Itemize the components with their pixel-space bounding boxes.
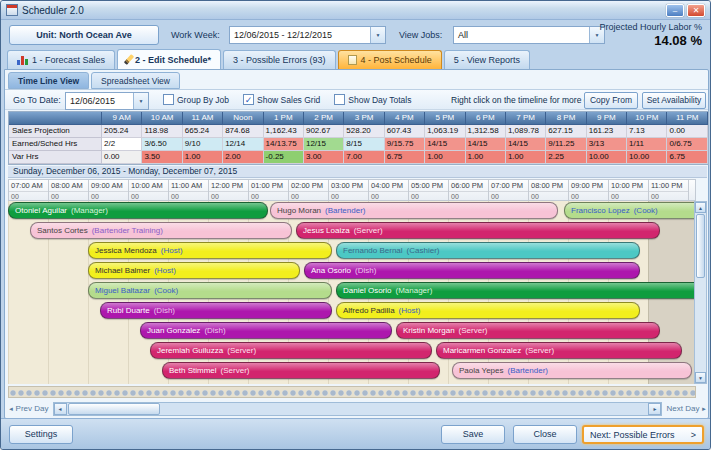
shift-bar-hugo-moran[interactable]: Hugo Moran(Bartender)	[270, 202, 558, 219]
shift-bar-jesus-loaiza[interactable]: Jesus Loaiza(Server)	[296, 222, 660, 239]
grid-cell: 6.75	[385, 151, 425, 164]
scroll-right-icon[interactable]	[648, 403, 661, 415]
go-to-date-select[interactable]: 12/06/2015	[65, 92, 149, 110]
grid-cell: 665.24	[183, 125, 223, 138]
next-day-button[interactable]: Next Day	[666, 404, 707, 413]
shift-bar-jessica-mendoza[interactable]: Jessica Mendoza(Host)	[88, 242, 332, 259]
unit-button[interactable]: Unit: North Ocean Ave	[9, 25, 159, 45]
checkbox-label: Show Sales Grid	[257, 95, 320, 105]
next-possible-errors-button[interactable]: Next: Possible Errors >	[582, 425, 704, 444]
close-button[interactable]: Close	[513, 425, 577, 444]
hour-label: 02:00 PM	[289, 180, 328, 191]
employee-name: Hugo Moran	[277, 206, 321, 215]
employee-name: Daniel Osorio	[343, 286, 391, 295]
employee-name: Rubi Duarte	[107, 306, 150, 315]
sales-grid-row-earned-sched-hrs: Earned/Sched Hrs2/23/6.509/1012/1414/13.…	[9, 138, 708, 151]
grid-cell: 6.75	[667, 151, 707, 164]
grid-cell: 14/13.75	[264, 138, 304, 151]
job-label: (Host)	[399, 306, 421, 315]
content-panel: Time Line ViewSpreadsheet View Go To Dat…	[4, 69, 709, 419]
close-icon[interactable]: ✕	[687, 4, 705, 17]
shift-bar-ana-osorio[interactable]: Ana Osorio(Dish)	[304, 262, 640, 279]
shift-bar-beth-stimmel[interactable]: Beth Stimmel(Server)	[162, 362, 440, 379]
hour-label: 11:00 PM	[649, 180, 688, 191]
shift-bar-santos-cortes[interactable]: Santos Cortes(Bartender Training)	[30, 222, 292, 239]
vertical-scrollbar[interactable]	[694, 201, 707, 384]
timeline-row: Jeremiah Guiluzza(Server)Maricarmen Gonz…	[8, 341, 696, 361]
job-label: (Cook)	[154, 286, 178, 295]
subtab-time-line-view[interactable]: Time Line View	[8, 72, 89, 89]
shift-bar-fernando-bernal[interactable]: Fernando Bernal(Cashier)	[336, 242, 640, 259]
chevron-down-icon[interactable]	[370, 27, 385, 43]
job-label: (Manager)	[71, 206, 108, 215]
checkbox-box[interactable]	[163, 94, 174, 105]
grid-cell: 14/15	[425, 138, 465, 151]
hour-label: 01:00 PM	[249, 180, 288, 191]
shift-bar-francisco-lopez[interactable]: Francisco Lopez(Cook)	[564, 202, 696, 219]
shift-bar-maricarmen-gonzalez[interactable]: Maricarmen Gonzalez(Server)	[436, 342, 682, 359]
scroll-down-icon[interactable]	[695, 372, 706, 383]
checkbox-show-sales-grid[interactable]: Show Sales Grid	[243, 94, 320, 105]
checkbox-box[interactable]	[334, 94, 345, 105]
shift-bar-paola-yepes[interactable]: Paola Yepes(Bartender)	[452, 362, 692, 379]
tab-label: 5 - View Reports	[454, 55, 520, 65]
timeline-rows[interactable]: Otoniel Aguilar(Manager)Hugo Moran(Barte…	[8, 201, 696, 384]
minute-label: 00	[9, 191, 48, 201]
post-icon	[348, 55, 357, 65]
hour-label: 08:00 AM	[49, 180, 88, 191]
projected-labor-value: 14.08 %	[532, 33, 702, 48]
grid-cell: 2.00	[223, 151, 263, 164]
tab-4-post-schedule[interactable]: 4 - Post Schedule	[338, 50, 442, 69]
prev-day-button[interactable]: Prev Day	[8, 404, 49, 413]
employee-name: Maricarmen Gonzalez	[443, 346, 521, 355]
tab-5-view-reports[interactable]: 5 - View Reports	[444, 50, 530, 69]
vertical-scroll-thumb[interactable]	[696, 214, 705, 278]
shift-bar-alfredo-padilla[interactable]: Alfredo Padilla(Host)	[336, 302, 640, 319]
checkbox-show-day-totals[interactable]: Show Day Totals	[334, 94, 411, 105]
work-week-select[interactable]: 12/06/2015 - 12/12/2015	[229, 26, 386, 44]
minute-label: 00	[369, 191, 408, 201]
shift-bar-rubi-duarte[interactable]: Rubi Duarte(Dish)	[100, 302, 332, 319]
chevron-down-icon[interactable]	[133, 93, 148, 109]
grid-cell: 0.00	[102, 151, 142, 164]
save-button[interactable]: Save	[441, 425, 505, 444]
shift-bar-juan-gonzalez[interactable]: Juan Gonzalez(Dish)	[140, 322, 392, 339]
pencil-icon	[124, 54, 134, 65]
toolbar-checkboxes: Group By JobShow Sales GridShow Day Tota…	[163, 94, 411, 105]
shift-bar-daniel-osorio[interactable]: Daniel Osorio(Manager)	[336, 282, 696, 299]
job-label: (Server)	[227, 346, 256, 355]
copy-from-button[interactable]: Copy From	[584, 92, 638, 109]
tab-label: 3 - Possible Errors (93)	[233, 55, 326, 65]
shift-bar-otoniel-aguilar[interactable]: Otoniel Aguilar(Manager)	[8, 202, 268, 219]
tab-1-forecast-sales[interactable]: 1 - Forecast Sales	[7, 50, 115, 69]
horizontal-scroll-thumb[interactable]	[68, 403, 160, 415]
horizontal-scroll-row: Prev Day Next Day	[8, 401, 707, 416]
set-availability-button[interactable]: Set Availability	[642, 92, 706, 109]
scroll-left-icon[interactable]	[54, 403, 67, 415]
checkbox-box[interactable]	[243, 94, 254, 105]
tab-3-possible-errors-93[interactable]: 3 - Possible Errors (93)	[223, 50, 336, 69]
shift-bar-miguel-baltazar[interactable]: Miguel Baltazar(Cook)	[88, 282, 332, 299]
sales-grid-hour-header: 4 PM	[385, 112, 425, 125]
settings-button[interactable]: Settings	[9, 425, 73, 444]
shift-bar-michael-balmer[interactable]: Michael Balmer(Host)	[88, 262, 300, 279]
sales-grid-row-sales-projection: Sales Projection205.24118.98665.24874.68…	[9, 125, 708, 138]
row-label: Var Hrs	[9, 151, 102, 164]
minimize-button[interactable]: –	[666, 4, 684, 17]
shift-bar-jeremiah-guiluzza[interactable]: Jeremiah Guiluzza(Server)	[150, 342, 432, 359]
horizontal-scrollbar[interactable]	[53, 402, 663, 416]
next-button-label: Next: Possible Errors	[590, 428, 675, 442]
scroll-up-icon[interactable]	[695, 202, 706, 213]
subtab-spreadsheet-view[interactable]: Spreadsheet View	[91, 72, 180, 89]
checkbox-group-by-job[interactable]: Group By Job	[163, 94, 229, 105]
scheduler-window: Scheduler 2.0 – ✕ Unit: North Ocean Ave …	[0, 0, 711, 450]
minute-label: 00	[649, 191, 688, 201]
grid-cell: 1,162.43	[264, 125, 304, 138]
shift-bar-kristin-morgan[interactable]: Kristin Morgan(Server)	[396, 322, 660, 339]
tab-2-edit-schedule[interactable]: 2 - Edit Schedule*	[117, 49, 221, 69]
job-label: (Dish)	[204, 326, 225, 335]
timeline-grip-strip[interactable]	[8, 386, 696, 398]
timeline-hour: 09:00 AM00	[89, 180, 129, 200]
sales-grid-row-var-hrs: Var Hrs0.003.501.002.00-0.253.007.006.75…	[9, 151, 708, 164]
employee-name: Jesus Loaiza	[303, 226, 350, 235]
